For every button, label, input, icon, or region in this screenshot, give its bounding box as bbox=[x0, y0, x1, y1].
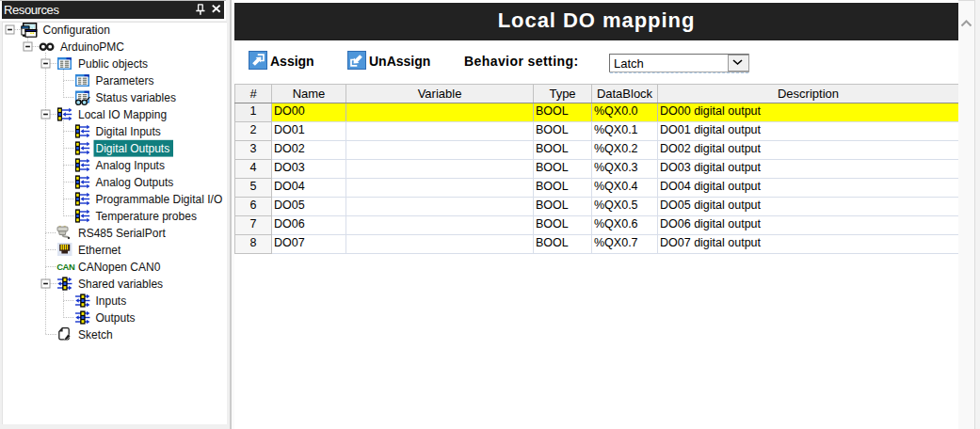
svg-text:Programmable Digital I/O: Programmable Digital I/O bbox=[96, 193, 223, 206]
svg-text:Parameters: Parameters bbox=[96, 74, 154, 87]
svg-text:Configuration: Configuration bbox=[43, 24, 110, 37]
svg-text:Ethernet: Ethernet bbox=[78, 244, 121, 257]
svg-text:Sketch: Sketch bbox=[78, 328, 113, 342]
svg-text:Analog Inputs: Analog Inputs bbox=[96, 159, 165, 172]
svg-text:Inputs: Inputs bbox=[96, 294, 127, 308]
svg-text:CAN: CAN bbox=[56, 262, 75, 272]
svg-text:Status variables: Status variables bbox=[96, 91, 176, 104]
svg-text:RS485 SerialPort: RS485 SerialPort bbox=[78, 227, 166, 240]
svg-text:ArduinoPMC: ArduinoPMC bbox=[60, 40, 124, 54]
svg-text:Local IO Mapping: Local IO Mapping bbox=[78, 108, 167, 121]
svg-text:Temperature probes: Temperature probes bbox=[96, 210, 197, 223]
svg-text:Digital Inputs: Digital Inputs bbox=[96, 125, 161, 138]
svg-text:CANopen CAN0: CANopen CAN0 bbox=[78, 261, 161, 274]
svg-text:Shared variables: Shared variables bbox=[78, 278, 163, 291]
svg-text:Analog Outputs: Analog Outputs bbox=[96, 176, 174, 189]
svg-text:Digital Outputs: Digital Outputs bbox=[96, 142, 170, 155]
svg-text:Outputs: Outputs bbox=[96, 311, 136, 325]
svg-text:Public objects: Public objects bbox=[78, 57, 148, 71]
